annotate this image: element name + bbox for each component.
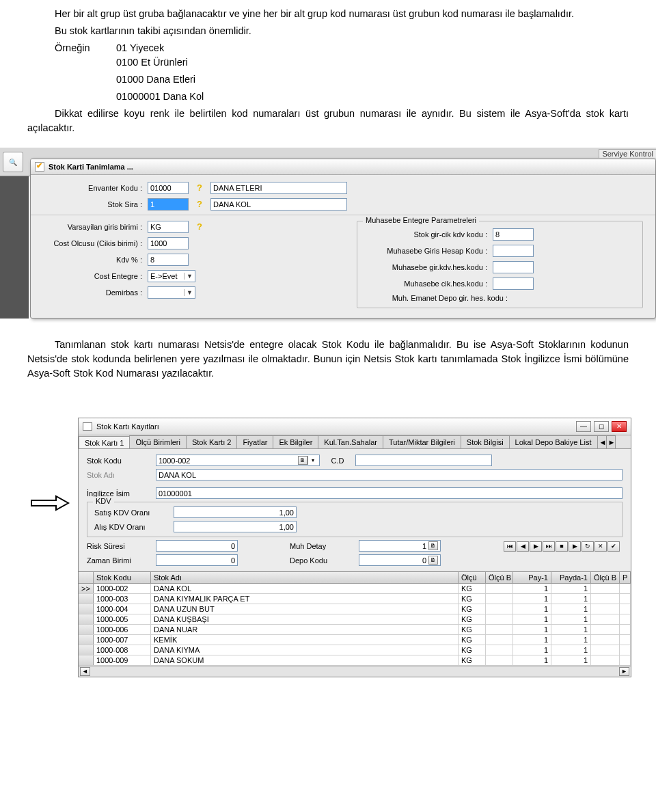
window-titlebar: Stok Karti Tanimlama ...: [31, 159, 655, 175]
input-girhes[interactable]: [493, 245, 534, 257]
scroll-left-icon[interactable]: ◄: [80, 667, 90, 676]
input-satis-kdv[interactable]: 1,00: [174, 506, 297, 518]
tab-kul-tan-sahalar[interactable]: Kul.Tan.Sahalar: [318, 435, 383, 448]
input-stok-sira-ad[interactable]: DANA KOL: [210, 198, 347, 211]
chevron-down-icon[interactable]: ▾: [308, 456, 317, 465]
window-titlebar: Stok Kartı Kayıtları — ◻ ✕: [79, 418, 631, 435]
data-grid[interactable]: Stok Kodu Stok Adı Ölçü Ölçü B Pay-1 Pay…: [79, 571, 631, 677]
label-costolcu: Cost Olcusu (Cikis birimi) :: [43, 239, 142, 247]
row-marker: [79, 604, 94, 614]
tab-lokal-depo[interactable]: Lokal Depo Bakiye List: [509, 435, 598, 448]
col-stok-kodu[interactable]: Stok Kodu: [94, 572, 151, 583]
example-1: 01 Yiyecek: [116, 41, 164, 55]
window-stock-card: Stok Karti Tanimlama ... Envanter Kodu :…: [30, 159, 656, 319]
minimize-button[interactable]: —: [576, 421, 591, 432]
nav-save[interactable]: ✔: [607, 541, 620, 552]
input-vgbirim[interactable]: KG: [148, 221, 189, 233]
nav-play[interactable]: ▶: [569, 541, 581, 552]
label-ingilizce-isim: İngilizce İsim: [87, 489, 152, 498]
table-row[interactable]: >>1000-002DANA KOLKG11: [79, 584, 631, 594]
label-kdv: Kdv % :: [43, 256, 142, 264]
lookup-icon[interactable]: 🗎: [428, 541, 438, 550]
help-icon[interactable]: ?: [194, 221, 205, 232]
col-olcu-b[interactable]: Ölçü B: [486, 572, 513, 583]
table-row[interactable]: 1000-008DANA KIYMAKG11: [79, 645, 631, 655]
input-alis-kdv[interactable]: 1,00: [174, 521, 297, 532]
col-pay1[interactable]: Pay-1: [513, 572, 551, 583]
label-stok-kodu: Stok Kodu: [87, 457, 152, 465]
row-marker: >>: [79, 584, 94, 593]
intro-p1: Her bir alt grup üst gruba bağlanacaktır…: [27, 7, 629, 21]
col-olcu[interactable]: Ölçü: [459, 572, 486, 583]
input-costolcu[interactable]: 1000: [148, 237, 189, 249]
input-gircik[interactable]: 8: [493, 228, 534, 241]
input-cd[interactable]: [355, 455, 492, 466]
col-p[interactable]: P: [620, 572, 631, 583]
intro-p2: Bu stok kartlarının takibi açısından öne…: [27, 24, 629, 38]
grid-scrollbar[interactable]: ◄ ►: [79, 666, 631, 677]
example-2: 0100 Et Ürünleri: [116, 55, 629, 70]
tab-fiyatlar[interactable]: Fiyatlar: [236, 435, 273, 448]
label-vgbirim: Varsayilan giris birimi :: [43, 223, 142, 231]
tab-tutar-miktar[interactable]: Tutar/Miktar Bilgileri: [383, 435, 461, 448]
input-zaman-birimi[interactable]: 0: [156, 554, 238, 566]
input-kdv[interactable]: 8: [148, 254, 189, 266]
input-girkdv[interactable]: [493, 261, 534, 273]
table-row[interactable]: 1000-007KEMİKKG11: [79, 635, 631, 645]
select-costent[interactable]: E->Evet▼: [148, 270, 195, 282]
input-stok-kodu[interactable]: 1000-002 🗎 ▾: [156, 455, 320, 466]
help-icon[interactable]: ?: [194, 199, 205, 210]
nav-first[interactable]: ⏮: [504, 541, 516, 552]
nav-last[interactable]: ⏭: [543, 541, 555, 552]
input-envanter-ad[interactable]: DANA ETLERI: [210, 182, 347, 194]
group-kdv: KDV Satış KDV Oranı 1,00 Alış KDV Oranı …: [87, 502, 623, 537]
chevron-down-icon: ▼: [184, 289, 193, 296]
tab-olcu-birimleri[interactable]: Ölçü Birimleri: [129, 435, 186, 448]
col-stok-adi[interactable]: Stok Adı: [151, 572, 459, 583]
nav-prev[interactable]: ◀: [517, 541, 529, 552]
toolbar-icon[interactable]: 🔍: [3, 152, 23, 172]
input-ingilizce-isim[interactable]: 01000001: [156, 487, 623, 499]
middle-text: Tanımlanan stok kartı numarası Netsis'de…: [0, 338, 656, 381]
help-icon[interactable]: ?: [194, 182, 205, 193]
close-button[interactable]: ✕: [612, 421, 627, 432]
group-muhasebe: Muhasebe Entegre Parametreleri Stok gir-…: [357, 221, 643, 308]
maximize-button[interactable]: ◻: [594, 421, 609, 432]
input-stok-adi[interactable]: DANA KOL: [156, 469, 623, 481]
tab-stok-karti-1[interactable]: Stok Kartı 1: [79, 436, 130, 449]
input-depo-kodu[interactable]: 0 🗎: [359, 554, 441, 566]
table-row[interactable]: 1000-009DANA SOKUMKG11: [79, 655, 631, 666]
example-3: 01000 Dana Etleri: [116, 72, 629, 87]
side-tab-label[interactable]: Serviye Kontrol: [599, 149, 656, 158]
col-payda1[interactable]: Payda-1: [551, 572, 591, 583]
input-risk-suresi[interactable]: 0: [156, 540, 238, 552]
example-row: Örneğin 01 Yiyecek: [27, 41, 629, 55]
tab-scroll-left[interactable]: ◄: [597, 435, 607, 448]
input-envanter-kodu[interactable]: 01000: [148, 182, 189, 194]
nav-next[interactable]: ▶: [530, 541, 542, 552]
label-envanter-kodu: Envanter Kodu :: [43, 184, 142, 192]
scroll-right-icon[interactable]: ►: [619, 667, 629, 676]
lookup-icon[interactable]: 🗎: [428, 556, 438, 565]
tab-stok-karti-2[interactable]: Stok Kartı 2: [186, 435, 237, 448]
window-icon: [83, 422, 92, 431]
tab-stok-bilgisi[interactable]: Stok Bilgisi: [461, 435, 510, 448]
select-demirbas[interactable]: ▼: [148, 286, 195, 299]
lookup-icon[interactable]: 🗎: [298, 456, 308, 465]
nav-refresh[interactable]: ↻: [582, 541, 594, 552]
input-cikhes[interactable]: [493, 278, 534, 290]
table-row[interactable]: 1000-003DANA KIYMALIK PARÇA ETKG11: [79, 594, 631, 604]
input-stok-sira[interactable]: 1: [148, 198, 189, 211]
table-row[interactable]: 1000-004DANA UZUN BUTKG11: [79, 604, 631, 614]
input-muh-detay[interactable]: 1 🗎: [359, 540, 441, 552]
nav-delete[interactable]: ✕: [594, 541, 607, 552]
label-gircik: Stok gir-cik kdv kodu :: [364, 230, 487, 239]
col-olcu-b2[interactable]: Ölçü B: [591, 572, 620, 583]
tab-scroll-right[interactable]: ►: [606, 435, 616, 448]
intro-p3: Dikkat edilirse koyu renk ile belirtilen…: [27, 107, 629, 135]
nav-stop[interactable]: ■: [556, 541, 568, 552]
table-row[interactable]: 1000-006DANA NUARKG11: [79, 625, 631, 635]
table-row[interactable]: 1000-005DANA KUŞBAŞIKG11: [79, 614, 631, 625]
tab-ek-bilgiler[interactable]: Ek Bilgiler: [273, 435, 318, 448]
window-title: Stok Kartı Kayıtları: [96, 422, 159, 431]
